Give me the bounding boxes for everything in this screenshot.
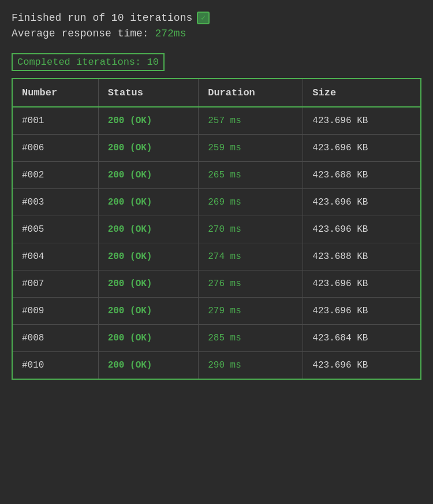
cell-size: 423.696 KB: [303, 135, 420, 162]
cell-status: 200 (OK): [98, 162, 199, 189]
table-row: #003200 (OK)269 ms423.696 KB: [13, 189, 420, 216]
cell-size: 423.688 KB: [303, 162, 420, 189]
cell-number: #009: [13, 298, 98, 325]
table-row: #005200 (OK)270 ms423.696 KB: [13, 216, 420, 243]
table-row: #004200 (OK)274 ms423.688 KB: [13, 243, 420, 270]
cell-status: 200 (OK): [98, 352, 199, 379]
col-header-duration: Duration: [199, 79, 303, 107]
cell-number: #010: [13, 352, 98, 379]
avg-label: Average response time:: [12, 28, 149, 39]
cell-size: 423.696 KB: [303, 270, 420, 298]
finished-text: Finished run of 10 iterations: [12, 12, 192, 24]
cell-duration: 269 ms: [199, 189, 303, 216]
table-row: #010200 (OK)290 ms423.696 KB: [13, 352, 420, 379]
cell-size: 423.696 KB: [303, 189, 420, 216]
cell-duration: 274 ms: [199, 243, 303, 270]
cell-duration: 259 ms: [199, 135, 303, 162]
col-header-status: Status: [98, 79, 199, 107]
cell-number: #003: [13, 189, 98, 216]
table-row: #008200 (OK)285 ms423.684 KB: [13, 325, 420, 352]
results-table-container: Number Status Duration Size #001200 (OK)…: [12, 78, 421, 380]
finished-line: Finished run of 10 iterations ✓: [12, 12, 421, 24]
cell-size: 423.696 KB: [303, 216, 420, 243]
results-table: Number Status Duration Size #001200 (OK)…: [13, 79, 420, 379]
table-body: #001200 (OK)257 ms423.696 KB#006200 (OK)…: [13, 107, 420, 379]
cell-size: 423.696 KB: [303, 352, 420, 379]
avg-value: 272ms: [155, 28, 186, 39]
cell-duration: 276 ms: [199, 270, 303, 298]
cell-number: #006: [13, 135, 98, 162]
col-header-number: Number: [13, 79, 98, 107]
cell-status: 200 (OK): [98, 189, 199, 216]
completed-banner: Completed iterations: 10: [12, 53, 165, 71]
cell-status: 200 (OK): [98, 135, 199, 162]
header-section: Finished run of 10 iterations ✓ Average …: [12, 12, 421, 39]
cell-size: 423.696 KB: [303, 298, 420, 325]
cell-number: #004: [13, 243, 98, 270]
cell-status: 200 (OK): [98, 325, 199, 352]
cell-number: #005: [13, 216, 98, 243]
cell-duration: 270 ms: [199, 216, 303, 243]
cell-number: #002: [13, 162, 98, 189]
cell-status: 200 (OK): [98, 107, 199, 135]
cell-number: #008: [13, 325, 98, 352]
cell-size: 423.688 KB: [303, 243, 420, 270]
table-row: #006200 (OK)259 ms423.696 KB: [13, 135, 420, 162]
table-row: #002200 (OK)265 ms423.688 KB: [13, 162, 420, 189]
cell-duration: 290 ms: [199, 352, 303, 379]
check-icon: ✓: [197, 12, 210, 24]
cell-duration: 257 ms: [199, 107, 303, 135]
header-row: Number Status Duration Size: [13, 79, 420, 107]
table-row: #009200 (OK)279 ms423.696 KB: [13, 298, 420, 325]
cell-status: 200 (OK): [98, 243, 199, 270]
table-header: Number Status Duration Size: [13, 79, 420, 107]
cell-number: #001: [13, 107, 98, 135]
cell-status: 200 (OK): [98, 270, 199, 298]
cell-size: 423.684 KB: [303, 325, 420, 352]
table-row: #007200 (OK)276 ms423.696 KB: [13, 270, 420, 298]
cell-size: 423.696 KB: [303, 107, 420, 135]
cell-duration: 279 ms: [199, 298, 303, 325]
col-header-size: Size: [303, 79, 420, 107]
cell-duration: 265 ms: [199, 162, 303, 189]
cell-status: 200 (OK): [98, 298, 199, 325]
avg-line: Average response time: 272ms: [12, 28, 421, 39]
table-row: #001200 (OK)257 ms423.696 KB: [13, 107, 420, 135]
cell-duration: 285 ms: [199, 325, 303, 352]
cell-number: #007: [13, 270, 98, 298]
cell-status: 200 (OK): [98, 216, 199, 243]
